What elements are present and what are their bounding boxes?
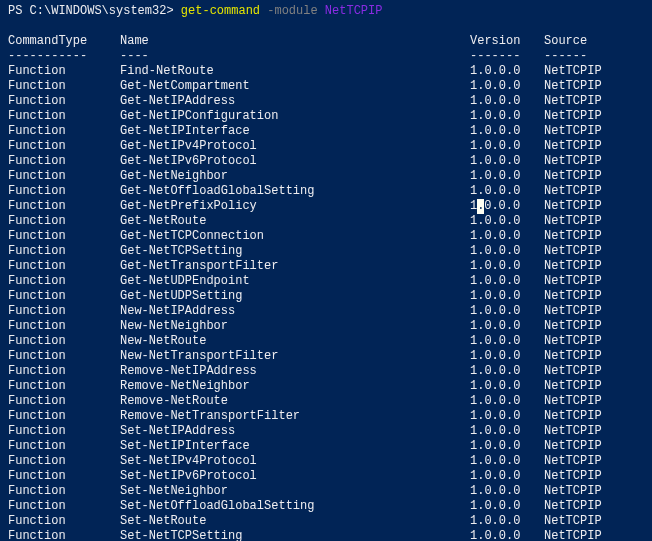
cell-source: NetTCPIP <box>544 244 602 259</box>
cell-commandtype: Function <box>8 169 120 184</box>
cell-commandtype: Function <box>8 244 120 259</box>
cell-name: Set-NetNeighbor <box>120 484 470 499</box>
terminal-output[interactable]: PS C:\WINDOWS\system32> get-command -mod… <box>8 4 644 541</box>
table-row: FunctionGet-NetUDPEndpoint1.0.0.0NetTCPI… <box>8 274 644 289</box>
dash: ---- <box>120 49 470 64</box>
cell-version: 1.0.0.0 <box>470 79 544 94</box>
cell-version: 1.0.0.0 <box>470 319 544 334</box>
cell-source: NetTCPIP <box>544 64 602 79</box>
cell-name: New-NetNeighbor <box>120 319 470 334</box>
dash: ------- <box>470 49 544 64</box>
cell-commandtype: Function <box>8 124 120 139</box>
cell-source: NetTCPIP <box>544 424 602 439</box>
table-row: FunctionNew-NetNeighbor1.0.0.0NetTCPIP <box>8 319 644 334</box>
cell-version: 1.0.0.0 <box>470 529 544 541</box>
cell-version: 1.0.0.0 <box>470 334 544 349</box>
cell-name: Remove-NetTransportFilter <box>120 409 470 424</box>
table-row: FunctionGet-NetPrefixPolicy1.0.0.0NetTCP… <box>8 199 644 214</box>
cell-source: NetTCPIP <box>544 439 602 454</box>
cell-commandtype: Function <box>8 229 120 244</box>
param-flag: -module <box>260 4 325 18</box>
prompt: PS C:\WINDOWS\system32> <box>8 4 181 18</box>
cell-commandtype: Function <box>8 139 120 154</box>
cell-version: 1.0.0.0 <box>470 154 544 169</box>
table-row: FunctionSet-NetNeighbor1.0.0.0NetTCPIP <box>8 484 644 499</box>
table-row: FunctionGet-NetRoute1.0.0.0NetTCPIP <box>8 214 644 229</box>
cell-source: NetTCPIP <box>544 349 602 364</box>
cell-version: 1.0.0.0 <box>470 274 544 289</box>
table-row: FunctionSet-NetIPv4Protocol1.0.0.0NetTCP… <box>8 454 644 469</box>
cell-commandtype: Function <box>8 319 120 334</box>
cell-source: NetTCPIP <box>544 259 602 274</box>
cell-version: 1.0.0.0 <box>470 94 544 109</box>
table-row: FunctionNew-NetTransportFilter1.0.0.0Net… <box>8 349 644 364</box>
cell-commandtype: Function <box>8 304 120 319</box>
cell-version: 1.0.0.0 <box>470 64 544 79</box>
cell-source: NetTCPIP <box>544 169 602 184</box>
cell-source: NetTCPIP <box>544 139 602 154</box>
table-row: FunctionGet-NetNeighbor1.0.0.0NetTCPIP <box>8 169 644 184</box>
cell-commandtype: Function <box>8 364 120 379</box>
cell-name: Set-NetTCPSetting <box>120 529 470 541</box>
cell-commandtype: Function <box>8 424 120 439</box>
cell-version: 1.0.0.0 <box>470 184 544 199</box>
cell-version: 1.0.0.0 <box>470 439 544 454</box>
cell-source: NetTCPIP <box>544 109 602 124</box>
cell-name: New-NetRoute <box>120 334 470 349</box>
table-row: FunctionSet-NetIPAddress1.0.0.0NetTCPIP <box>8 424 644 439</box>
cell-source: NetTCPIP <box>544 79 602 94</box>
cell-name: Remove-NetIPAddress <box>120 364 470 379</box>
dash: ----------- <box>8 49 120 64</box>
cell-name: Remove-NetNeighbor <box>120 379 470 394</box>
cell-source: NetTCPIP <box>544 394 602 409</box>
cell-source: NetTCPIP <box>544 484 602 499</box>
cell-source: NetTCPIP <box>544 469 602 484</box>
cell-version: 1.0.0.0 <box>470 289 544 304</box>
cell-commandtype: Function <box>8 199 120 214</box>
table-row: FunctionGet-NetIPv6Protocol1.0.0.0NetTCP… <box>8 154 644 169</box>
cell-name: Get-NetOffloadGlobalSetting <box>120 184 470 199</box>
table-row: FunctionNew-NetIPAddress1.0.0.0NetTCPIP <box>8 304 644 319</box>
cell-commandtype: Function <box>8 214 120 229</box>
cell-commandtype: Function <box>8 349 120 364</box>
cell-version: 1.0.0.0 <box>470 379 544 394</box>
table-row: FunctionGet-NetTCPSetting1.0.0.0NetTCPIP <box>8 244 644 259</box>
cell-commandtype: Function <box>8 154 120 169</box>
cell-name: Set-NetOffloadGlobalSetting <box>120 499 470 514</box>
cell-name: Get-NetIPInterface <box>120 124 470 139</box>
cell-source: NetTCPIP <box>544 229 602 244</box>
cell-version: 1.0.0.0 <box>470 139 544 154</box>
cell-name: Get-NetNeighbor <box>120 169 470 184</box>
table-header-dash: ----------- ---- ------- ------ <box>8 49 644 64</box>
cell-version: 1.0.0.0 <box>470 469 544 484</box>
table-row: FunctionGet-NetOffloadGlobalSetting1.0.0… <box>8 184 644 199</box>
cell-commandtype: Function <box>8 64 120 79</box>
header-commandtype: CommandType <box>8 34 120 49</box>
table-body: FunctionFind-NetRoute1.0.0.0NetTCPIPFunc… <box>8 64 644 541</box>
cell-version: 1.0.0.0 <box>470 109 544 124</box>
cell-name: Set-NetIPv4Protocol <box>120 454 470 469</box>
cell-version: 1.0.0.0 <box>470 349 544 364</box>
cell-source: NetTCPIP <box>544 379 602 394</box>
cell-name: Get-NetIPv4Protocol <box>120 139 470 154</box>
cell-source: NetTCPIP <box>544 154 602 169</box>
table-row: FunctionRemove-NetRoute1.0.0.0NetTCPIP <box>8 394 644 409</box>
table-row: FunctionGet-NetCompartment1.0.0.0NetTCPI… <box>8 79 644 94</box>
cell-source: NetTCPIP <box>544 289 602 304</box>
cell-name: New-NetIPAddress <box>120 304 470 319</box>
dash: ------ <box>544 49 587 64</box>
table-row: FunctionGet-NetIPConfiguration1.0.0.0Net… <box>8 109 644 124</box>
cell-source: NetTCPIP <box>544 304 602 319</box>
cell-source: NetTCPIP <box>544 454 602 469</box>
cell-source: NetTCPIP <box>544 364 602 379</box>
command-line: PS C:\WINDOWS\system32> get-command -mod… <box>8 4 644 19</box>
cell-source: NetTCPIP <box>544 409 602 424</box>
cell-name: Get-NetTCPSetting <box>120 244 470 259</box>
cell-name: Get-NetIPv6Protocol <box>120 154 470 169</box>
table-row: FunctionRemove-NetIPAddress1.0.0.0NetTCP… <box>8 364 644 379</box>
cell-commandtype: Function <box>8 499 120 514</box>
table-row: FunctionSet-NetIPInterface1.0.0.0NetTCPI… <box>8 439 644 454</box>
table-row: FunctionRemove-NetNeighbor1.0.0.0NetTCPI… <box>8 379 644 394</box>
cell-name: Set-NetIPv6Protocol <box>120 469 470 484</box>
cell-commandtype: Function <box>8 334 120 349</box>
